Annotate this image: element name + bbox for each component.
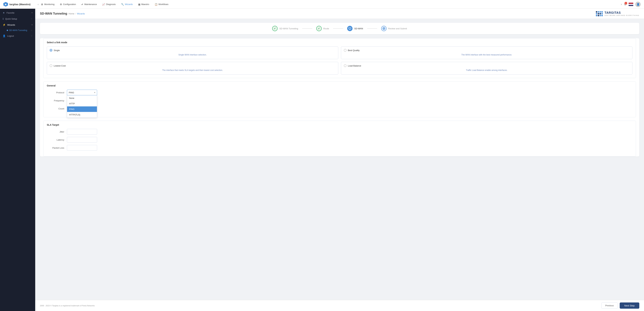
quick-setup-icon: ℹ	[3, 17, 4, 20]
protocol-selected-value: PING	[69, 91, 74, 94]
radio-lowest-cost[interactable]	[50, 64, 52, 67]
active-dot	[7, 30, 8, 31]
page-header: SD-WAN Tunneling Home / Wizards	[35, 9, 644, 19]
nav-item-workflows[interactable]: 📋 Workflows	[152, 2, 171, 7]
latency-row: Latency	[47, 137, 632, 143]
link-option-lowest-cost[interactable]: Lowest Cost The interface that meets SLA…	[47, 62, 338, 75]
logout-icon: 👤	[3, 34, 6, 37]
logo-dot-2	[598, 11, 599, 12]
top-nav: ▶ targitas (Maestro) ‹ 🖥 Monitoring ⚙ Co…	[0, 0, 644, 9]
link-mode-section: Select a link mode Single Single WAN Int…	[43, 38, 636, 78]
sidebar-item-logout[interactable]: 👤 Logout ☆	[0, 33, 35, 39]
link-option-single[interactable]: Single Single WAN Interface selection.	[47, 46, 338, 59]
step-label-review: Review and Submit	[388, 27, 407, 30]
sidebar-item-quick-setup[interactable]: ℹ Quick Setup ☆	[0, 16, 35, 22]
sla-target-section: SLA Target Jitter Latency Packet Loss	[43, 121, 636, 157]
bottom-bar: 2006 - 2023 © Targitas is a registered t…	[35, 300, 644, 311]
breadcrumb-current: Wizards	[77, 12, 85, 15]
packet-loss-label: Packet Loss	[47, 147, 67, 149]
sidebar-sdwan-tunneling-label: SD-WAN Tunneling	[9, 29, 27, 31]
step-sdwan-tunneling: ✔ SD-WAN Tunneling	[268, 26, 302, 31]
targitas-logo: TARGITAS SOFTWARE DEFINED EVERYTHING	[596, 11, 639, 16]
main-card: Select a link mode Single Single WAN Int…	[40, 38, 639, 157]
configuration-icon: ⚙	[60, 3, 62, 6]
logo-dot-6	[598, 13, 599, 14]
latency-input[interactable]	[67, 137, 97, 143]
general-section: General Protocol PING ▾ None HTTP PING	[43, 81, 636, 117]
notifications-button[interactable]: ⚙ 2	[624, 2, 626, 6]
nav-item-monitoring[interactable]: 🖥 Monitoring	[38, 2, 57, 7]
link-option-best-quality[interactable]: Best Quality The WAN interface with the …	[341, 46, 632, 59]
step-route: ✔ Route	[312, 26, 333, 31]
link-option-load-balance-desc: Traffic Load Balance enable among interf…	[344, 68, 630, 72]
maestro-icon: ▦	[138, 3, 140, 6]
jitter-input[interactable]	[67, 129, 97, 135]
count-label: Count	[47, 107, 67, 110]
frequency-label: Frequency	[47, 99, 67, 102]
nav-item-wizards[interactable]: 🔧 Wizards	[119, 2, 135, 7]
breadcrumb-separator: /	[75, 12, 76, 15]
chevron-down-icon-2: ▾	[32, 24, 32, 26]
logo-dot-7	[600, 13, 601, 14]
user-avatar[interactable]: 👤	[635, 2, 641, 7]
star-icon[interactable]: ☆	[31, 17, 32, 20]
logo-dot-5	[596, 13, 597, 14]
app-title: targitas (Maestro)	[10, 3, 30, 6]
protocol-option-httptls[interactable]: HTTP(TLS)	[67, 112, 97, 117]
radio-load-balance[interactable]	[344, 64, 346, 67]
nav-item-maintenance[interactable]: ✔ Maintenance	[79, 2, 99, 7]
monitoring-icon: 🖥	[41, 3, 43, 6]
favorite-icon: ★	[3, 11, 5, 14]
sidebar-item-sdwan-tunneling[interactable]: SD-WAN Tunneling ☆	[0, 28, 35, 33]
star-icon-3[interactable]: ☆	[31, 35, 32, 37]
sidebar-favorite-label: Favorite	[6, 11, 14, 14]
sidebar-item-favorite[interactable]: ★ Favorite ▾	[0, 10, 35, 16]
step-label-sdwan-tunneling: SD-WAN Tunneling	[279, 27, 298, 30]
nav-configuration-label: Configuration	[63, 3, 76, 5]
link-mode-title: Select a link mode	[47, 41, 632, 44]
breadcrumb-home[interactable]: Home	[68, 12, 74, 15]
workflows-icon: 📋	[155, 3, 158, 6]
frequency-row: Frequency	[47, 98, 632, 103]
logo-dot-4	[602, 11, 603, 12]
link-option-lowest-cost-label: Lowest Cost	[54, 64, 66, 67]
protocol-row: Protocol PING ▾ None HTTP PING HTTP(TLS)	[47, 90, 632, 95]
wizards-icon: 🔧	[121, 3, 124, 6]
more-nav-button[interactable]: ›	[621, 2, 622, 6]
nav-item-diagnosis[interactable]: 📈 Diagnosis	[100, 2, 118, 7]
star-icon-2[interactable]: ☆	[31, 29, 32, 31]
language-flag[interactable]	[628, 3, 633, 6]
link-option-load-balance-label: Load Balance	[348, 64, 361, 67]
link-option-best-quality-label: Best Quality	[348, 49, 360, 52]
packet-loss-input[interactable]	[67, 145, 97, 151]
packet-loss-row: Packet Loss	[47, 145, 632, 151]
nav-right-area: › ⚙ 2 👤	[621, 2, 641, 7]
sidebar-item-wizards[interactable]: ⚡ Wizards ▾	[0, 22, 35, 28]
protocol-option-ping[interactable]: PING	[67, 106, 97, 112]
protocol-option-none[interactable]: None	[67, 95, 97, 101]
content-area: SD-WAN Tunneling Home / Wizards	[35, 9, 644, 311]
protocol-label: Protocol	[47, 91, 67, 94]
radio-single[interactable]	[50, 49, 52, 52]
protocol-dropdown-wrapper: PING ▾ None HTTP PING HTTP(TLS)	[67, 90, 97, 95]
next-step-button[interactable]: Next Step	[620, 303, 639, 309]
nav-diagnosis-label: Diagnosis	[106, 3, 116, 5]
sidebar: ★ Favorite ▾ ℹ Quick Setup ☆ ⚡ Wizards ▾	[0, 9, 35, 311]
logo-dot-12	[602, 15, 603, 16]
nav-maestro-label: Maestro	[142, 3, 149, 5]
jitter-row: Jitter	[47, 129, 632, 135]
previous-button[interactable]: Previous	[602, 303, 618, 309]
nav-item-configuration[interactable]: ⚙ Configuration	[58, 2, 78, 7]
nav-logo-area: ▶ targitas (Maestro) ‹	[3, 2, 38, 7]
nav-item-maestro[interactable]: ▦ Maestro	[136, 2, 152, 7]
link-option-load-balance[interactable]: Load Balance Traffic Load Balance enable…	[341, 62, 632, 75]
logo-dot-1	[596, 11, 597, 12]
protocol-dropdown-display[interactable]: PING ▾	[67, 90, 97, 95]
latency-label: Latency	[47, 139, 67, 141]
radio-best-quality[interactable]	[344, 49, 346, 52]
notification-badge: 2	[624, 2, 627, 4]
sidebar-quick-setup-label: Quick Setup	[5, 17, 17, 20]
step-icon-route: ✔	[316, 26, 322, 31]
targitas-brand-name: TARGITAS	[604, 11, 639, 14]
protocol-option-http[interactable]: HTTP	[67, 101, 97, 106]
